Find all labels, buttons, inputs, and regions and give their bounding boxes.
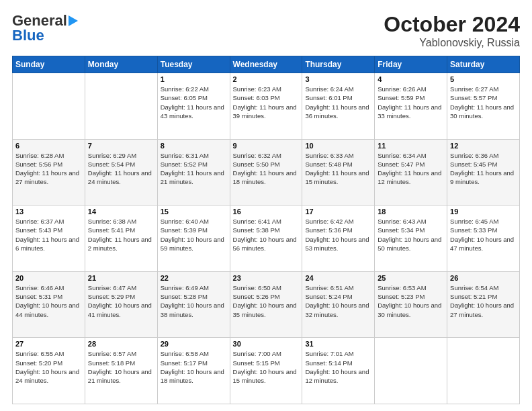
day-number: 31 bbox=[305, 340, 371, 348]
calendar-day-cell: 23Sunrise: 6:50 AMSunset: 5:26 PMDayligh… bbox=[230, 271, 302, 338]
calendar-day-cell: 12Sunrise: 6:36 AMSunset: 5:45 PMDayligh… bbox=[447, 139, 520, 205]
day-info: Sunrise: 6:33 AMSunset: 5:48 PMDaylight:… bbox=[305, 151, 371, 187]
day-number: 24 bbox=[305, 274, 371, 282]
day-info: Sunrise: 6:29 AMSunset: 5:54 PMDaylight:… bbox=[88, 151, 154, 187]
day-info: Sunrise: 6:58 AMSunset: 5:17 PMDaylight:… bbox=[161, 349, 227, 385]
calendar-week-row: 13Sunrise: 6:37 AMSunset: 5:43 PMDayligh… bbox=[13, 205, 520, 272]
day-number: 22 bbox=[161, 274, 227, 282]
calendar-day-cell bbox=[375, 338, 447, 404]
day-number: 30 bbox=[233, 340, 300, 348]
day-number: 7 bbox=[88, 142, 154, 150]
title-block: October 2024 Yablonovskiy, Russia bbox=[384, 12, 520, 49]
day-number: 12 bbox=[450, 142, 517, 150]
weekday-header-row: SundayMondayTuesdayWednesdayThursdayFrid… bbox=[13, 56, 520, 73]
day-info: Sunrise: 6:49 AMSunset: 5:28 PMDaylight:… bbox=[161, 283, 227, 319]
day-info: Sunrise: 6:34 AMSunset: 5:47 PMDaylight:… bbox=[378, 151, 444, 187]
calendar-day-cell: 6Sunrise: 6:28 AMSunset: 5:56 PMDaylight… bbox=[13, 139, 85, 205]
calendar-day-cell: 17Sunrise: 6:42 AMSunset: 5:36 PMDayligh… bbox=[302, 205, 375, 272]
calendar-day-cell: 31Sunrise: 7:01 AMSunset: 5:14 PMDayligh… bbox=[302, 338, 375, 404]
day-info: Sunrise: 6:54 AMSunset: 5:21 PMDaylight:… bbox=[450, 283, 517, 319]
day-number: 1 bbox=[161, 75, 227, 83]
calendar-day-cell: 13Sunrise: 6:37 AMSunset: 5:43 PMDayligh… bbox=[13, 205, 85, 272]
day-number: 11 bbox=[378, 142, 444, 150]
day-number: 9 bbox=[233, 142, 300, 150]
location-title: Yablonovskiy, Russia bbox=[384, 37, 520, 49]
day-number: 28 bbox=[88, 340, 154, 348]
day-number: 2 bbox=[233, 75, 300, 83]
day-number: 27 bbox=[15, 340, 82, 348]
calendar-day-cell: 14Sunrise: 6:38 AMSunset: 5:41 PMDayligh… bbox=[85, 205, 157, 272]
calendar-day-cell: 29Sunrise: 6:58 AMSunset: 5:17 PMDayligh… bbox=[157, 338, 230, 404]
calendar-day-cell: 3Sunrise: 6:24 AMSunset: 6:01 PMDaylight… bbox=[302, 73, 375, 140]
calendar-day-cell: 15Sunrise: 6:40 AMSunset: 5:39 PMDayligh… bbox=[157, 205, 230, 272]
calendar-day-cell: 26Sunrise: 6:54 AMSunset: 5:21 PMDayligh… bbox=[447, 271, 520, 338]
day-number: 16 bbox=[233, 208, 300, 216]
day-info: Sunrise: 6:37 AMSunset: 5:43 PMDaylight:… bbox=[15, 217, 82, 253]
day-number: 10 bbox=[305, 142, 371, 150]
month-title: October 2024 bbox=[384, 12, 520, 37]
calendar-day-cell: 16Sunrise: 6:41 AMSunset: 5:38 PMDayligh… bbox=[230, 205, 302, 272]
calendar-day-cell: 8Sunrise: 6:31 AMSunset: 5:52 PMDaylight… bbox=[157, 139, 230, 205]
calendar-week-row: 1Sunrise: 6:22 AMSunset: 6:05 PMDaylight… bbox=[13, 73, 520, 140]
day-number: 19 bbox=[450, 208, 517, 216]
day-number: 3 bbox=[305, 75, 371, 83]
weekday-header-wednesday: Wednesday bbox=[230, 56, 302, 73]
day-info: Sunrise: 6:51 AMSunset: 5:24 PMDaylight:… bbox=[305, 283, 371, 319]
header: General Blue October 2024 Yablonovskiy, … bbox=[12, 12, 520, 49]
day-info: Sunrise: 6:41 AMSunset: 5:38 PMDaylight:… bbox=[233, 217, 300, 253]
day-info: Sunrise: 6:43 AMSunset: 5:34 PMDaylight:… bbox=[378, 217, 444, 253]
calendar-day-cell bbox=[447, 338, 520, 404]
calendar-day-cell: 21Sunrise: 6:47 AMSunset: 5:29 PMDayligh… bbox=[85, 271, 157, 338]
day-info: Sunrise: 6:38 AMSunset: 5:41 PMDaylight:… bbox=[88, 217, 154, 253]
weekday-header-sunday: Sunday bbox=[13, 56, 85, 73]
weekday-header-saturday: Saturday bbox=[447, 56, 520, 73]
day-info: Sunrise: 6:45 AMSunset: 5:33 PMDaylight:… bbox=[450, 217, 517, 253]
calendar-day-cell: 4Sunrise: 6:26 AMSunset: 5:59 PMDaylight… bbox=[375, 73, 447, 140]
day-info: Sunrise: 6:46 AMSunset: 5:31 PMDaylight:… bbox=[15, 283, 82, 319]
day-info: Sunrise: 6:31 AMSunset: 5:52 PMDaylight:… bbox=[161, 151, 227, 187]
day-info: Sunrise: 6:50 AMSunset: 5:26 PMDaylight:… bbox=[233, 283, 300, 319]
logo: General Blue bbox=[12, 12, 78, 44]
day-info: Sunrise: 6:47 AMSunset: 5:29 PMDaylight:… bbox=[88, 283, 154, 319]
calendar-day-cell: 1Sunrise: 6:22 AMSunset: 6:05 PMDaylight… bbox=[157, 73, 230, 140]
day-number: 26 bbox=[450, 274, 517, 282]
day-info: Sunrise: 7:00 AMSunset: 5:15 PMDaylight:… bbox=[233, 349, 300, 385]
calendar-week-row: 27Sunrise: 6:55 AMSunset: 5:20 PMDayligh… bbox=[13, 338, 520, 404]
day-info: Sunrise: 6:26 AMSunset: 5:59 PMDaylight:… bbox=[378, 85, 444, 120]
day-info: Sunrise: 6:28 AMSunset: 5:56 PMDaylight:… bbox=[15, 151, 82, 187]
page: General Blue October 2024 Yablonovskiy, … bbox=[0, 0, 532, 411]
weekday-header-thursday: Thursday bbox=[302, 56, 375, 73]
day-number: 25 bbox=[378, 274, 444, 282]
weekday-header-tuesday: Tuesday bbox=[157, 56, 230, 73]
calendar-day-cell bbox=[85, 73, 157, 140]
calendar-day-cell: 9Sunrise: 6:32 AMSunset: 5:50 PMDaylight… bbox=[230, 139, 302, 205]
day-number: 6 bbox=[15, 142, 82, 150]
day-number: 17 bbox=[305, 208, 371, 216]
day-number: 21 bbox=[88, 274, 154, 282]
day-info: Sunrise: 6:40 AMSunset: 5:39 PMDaylight:… bbox=[161, 217, 227, 253]
calendar-day-cell bbox=[13, 73, 85, 140]
calendar-day-cell: 30Sunrise: 7:00 AMSunset: 5:15 PMDayligh… bbox=[230, 338, 302, 404]
day-number: 29 bbox=[161, 340, 227, 348]
day-info: Sunrise: 6:53 AMSunset: 5:23 PMDaylight:… bbox=[378, 283, 444, 319]
day-info: Sunrise: 6:22 AMSunset: 6:05 PMDaylight:… bbox=[161, 85, 227, 120]
weekday-header-monday: Monday bbox=[85, 56, 157, 73]
day-number: 20 bbox=[15, 274, 82, 282]
day-info: Sunrise: 6:24 AMSunset: 6:01 PMDaylight:… bbox=[305, 85, 371, 120]
day-number: 15 bbox=[161, 208, 227, 216]
calendar-day-cell: 25Sunrise: 6:53 AMSunset: 5:23 PMDayligh… bbox=[375, 271, 447, 338]
calendar-week-row: 6Sunrise: 6:28 AMSunset: 5:56 PMDaylight… bbox=[13, 139, 520, 205]
calendar-day-cell: 18Sunrise: 6:43 AMSunset: 5:34 PMDayligh… bbox=[375, 205, 447, 272]
calendar-day-cell: 11Sunrise: 6:34 AMSunset: 5:47 PMDayligh… bbox=[375, 139, 447, 205]
day-info: Sunrise: 6:55 AMSunset: 5:20 PMDaylight:… bbox=[15, 349, 82, 385]
day-info: Sunrise: 6:32 AMSunset: 5:50 PMDaylight:… bbox=[233, 151, 300, 187]
calendar-day-cell: 5Sunrise: 6:27 AMSunset: 5:57 PMDaylight… bbox=[447, 73, 520, 140]
day-number: 8 bbox=[161, 142, 227, 150]
day-info: Sunrise: 7:01 AMSunset: 5:14 PMDaylight:… bbox=[305, 349, 371, 385]
day-number: 13 bbox=[15, 208, 82, 216]
calendar-day-cell: 20Sunrise: 6:46 AMSunset: 5:31 PMDayligh… bbox=[13, 271, 85, 338]
calendar-day-cell: 2Sunrise: 6:23 AMSunset: 6:03 PMDaylight… bbox=[230, 73, 302, 140]
calendar-day-cell: 19Sunrise: 6:45 AMSunset: 5:33 PMDayligh… bbox=[447, 205, 520, 272]
calendar-day-cell: 27Sunrise: 6:55 AMSunset: 5:20 PMDayligh… bbox=[13, 338, 85, 404]
day-info: Sunrise: 6:23 AMSunset: 6:03 PMDaylight:… bbox=[233, 85, 300, 120]
